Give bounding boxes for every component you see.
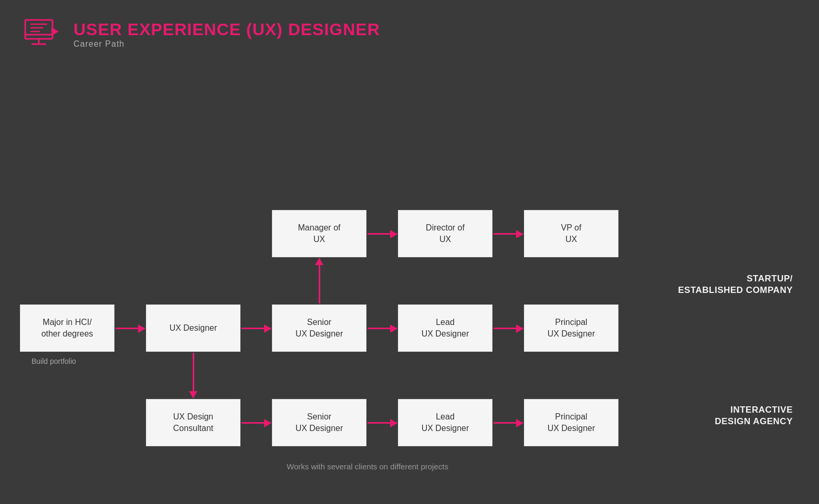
logo-icon — [21, 16, 63, 52]
box-major: Major in HCI/other degrees — [20, 304, 114, 352]
box-senior-ux-top-label: SeniorUX Designer — [296, 317, 343, 340]
box-senior-ux-bottom-label: SeniorUX Designer — [296, 411, 343, 435]
box-major-label: Major in HCI/other degrees — [41, 317, 93, 340]
bottom-note: Works with several clients on different … — [210, 462, 525, 471]
arrow-ux-to-senior-top — [242, 328, 271, 329]
box-principal-ux-top-label: PrincipalUX Designer — [548, 317, 595, 340]
label-agency: INTERACTIVEDESIGN AGENCY — [715, 404, 793, 427]
box-director-ux: Director ofUX — [398, 210, 492, 257]
build-portfolio-label: Build portfolio — [32, 357, 76, 365]
svg-marker-5 — [51, 27, 59, 36]
box-vp-ux-label: VP ofUX — [561, 222, 582, 246]
box-principal-ux-bottom-label: PrincipalUX Designer — [548, 411, 595, 435]
bottom-note-text: Works with several clients on different … — [287, 462, 448, 471]
box-director-ux-label: Director ofUX — [426, 222, 465, 246]
box-principal-ux-bottom: PrincipalUX Designer — [524, 399, 618, 446]
box-lead-ux-bottom: LeadUX Designer — [398, 399, 492, 446]
box-vp-ux: VP ofUX — [524, 210, 618, 257]
box-principal-ux-top: PrincipalUX Designer — [524, 304, 618, 352]
arrow-senior-to-manager — [319, 258, 320, 303]
arrow-senior-to-lead-bottom — [368, 422, 397, 424]
arrow-major-to-ux — [116, 328, 145, 329]
box-manager-ux: Manager ofUX — [272, 210, 366, 257]
box-lead-ux-top: LeadUX Designer — [398, 304, 492, 352]
box-ux-design-consultant: UX DesignConsultant — [146, 399, 240, 446]
box-senior-ux-bottom: SeniorUX Designer — [272, 399, 366, 446]
arrow-director-to-vp — [494, 233, 523, 235]
header: USER EXPERIENCE (UX) DESIGNER Career Pat… — [21, 16, 380, 52]
page-title: USER EXPERIENCE (UX) DESIGNER — [74, 20, 380, 39]
arrow-consultant-to-senior-bottom — [242, 422, 271, 424]
box-ux-designer: UX Designer — [146, 304, 240, 352]
arrow-ux-to-consultant — [193, 353, 194, 398]
arrow-lead-to-principal-top — [494, 328, 523, 329]
label-startup: STARTUP/ESTABLISHED COMPANY — [678, 273, 793, 296]
arrow-manager-to-director — [368, 233, 397, 235]
career-path-diagram: Manager ofUX Director ofUX VP ofUX Major… — [0, 94, 819, 504]
arrow-lead-to-principal-bottom — [494, 422, 523, 424]
page-subtitle: Career Path — [74, 39, 380, 49]
arrow-senior-to-lead-top — [368, 328, 397, 329]
startup-label-text: STARTUP/ESTABLISHED COMPANY — [678, 274, 793, 295]
agency-label-text: INTERACTIVEDESIGN AGENCY — [715, 405, 793, 426]
svg-rect-0 — [25, 20, 52, 39]
box-senior-ux-top: SeniorUX Designer — [272, 304, 366, 352]
build-portfolio-text: Build portfolio — [32, 357, 76, 365]
box-ux-design-consultant-label: UX DesignConsultant — [173, 411, 214, 435]
box-manager-ux-label: Manager ofUX — [298, 222, 341, 246]
box-lead-ux-bottom-label: LeadUX Designer — [422, 411, 469, 435]
box-ux-designer-label: UX Designer — [170, 322, 217, 334]
header-text: USER EXPERIENCE (UX) DESIGNER Career Pat… — [74, 20, 380, 49]
box-lead-ux-top-label: LeadUX Designer — [422, 317, 469, 340]
